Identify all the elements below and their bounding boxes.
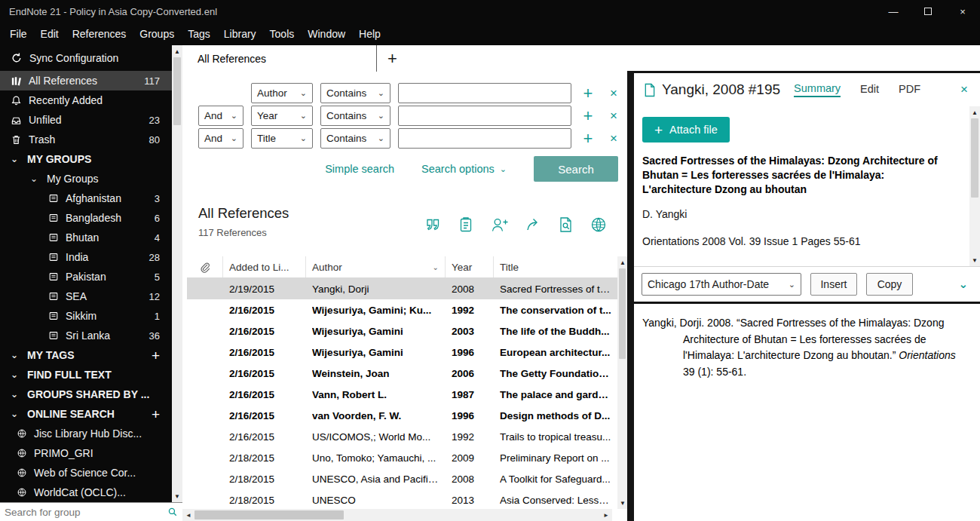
menu-library[interactable]: Library (217, 23, 263, 45)
field-dropdown[interactable]: Title⌄ (251, 128, 313, 149)
copy-button[interactable]: Copy (866, 273, 913, 296)
search-term-input[interactable] (398, 106, 571, 126)
tab-summary[interactable]: Summary (794, 82, 841, 97)
scroll-up-icon[interactable]: ▲ (969, 107, 980, 118)
close-detail-button[interactable]: × (960, 82, 968, 97)
table-row[interactable]: 2/19/2015 Yangki, Dorji 2008 Sacred Fort… (187, 278, 617, 299)
menu-groups[interactable]: Groups (133, 23, 181, 45)
tab-pdf[interactable]: PDF (899, 83, 920, 97)
menu-window[interactable]: Window (301, 23, 352, 45)
scroll-right-icon[interactable]: ► (600, 512, 612, 519)
table-scrollbar[interactable]: ▲ ▼ (617, 256, 627, 509)
sidebar-group-sea[interactable]: SEA 12 (0, 287, 172, 306)
close-button[interactable]: × (945, 0, 980, 23)
sidebar-item-trash[interactable]: Trash 80 (0, 130, 172, 149)
title-column-header[interactable]: Title (494, 256, 617, 277)
remove-search-row-button[interactable]: × (605, 109, 623, 122)
sidebar-online-worldcat[interactable]: WorldCat (OCLC)... (0, 483, 172, 502)
table-row[interactable]: 2/18/2015 UNESCO 2013 Asia Conserved: Le… (187, 489, 617, 509)
boolean-dropdown[interactable]: And⌄ (198, 128, 243, 149)
sidebar-subsection-my-groups[interactable]: ⌄ My Groups (0, 169, 172, 188)
scrollbar-thumb[interactable] (194, 510, 344, 519)
sidebar-item-all-references[interactable]: All References 117 (0, 71, 172, 90)
panel-divider[interactable] (627, 71, 634, 521)
summary-scrollbar[interactable]: ▲ ▼ (969, 106, 980, 266)
scroll-up-icon[interactable]: ▲ (172, 46, 182, 57)
add-online-source-button[interactable]: + (152, 407, 160, 421)
sidebar-scrollbar[interactable]: ▲ ▼ (172, 45, 182, 502)
sidebar-group-india[interactable]: India 28 (0, 247, 172, 267)
remove-search-row-button[interactable]: × (605, 132, 623, 145)
horizontal-scrollbar[interactable]: ◄ ► (182, 509, 612, 521)
chevron-down-icon[interactable]: ⌄ (433, 263, 439, 271)
citation-style-dropdown[interactable]: Chicago 17th Author-Date ⌄ (642, 273, 801, 296)
scrollbar-thumb[interactable] (971, 118, 978, 198)
search-term-input[interactable] (398, 83, 571, 103)
scrollbar-thumb[interactable] (173, 57, 181, 125)
field-dropdown[interactable]: Year⌄ (251, 106, 313, 126)
sidebar-group-sikkim[interactable]: Sikkim 1 (0, 306, 172, 326)
table-row[interactable]: 2/18/2015 UNESCO, Asia and Pacific... 20… (187, 468, 617, 489)
sidebar-group-sri-lanka[interactable]: Sri Lanka 36 (0, 326, 172, 345)
sidebar-online-web-of-science[interactable]: Web of Science Cor... (0, 463, 172, 483)
attachment-column-header[interactable] (187, 256, 223, 277)
sidebar-section-my-tags[interactable]: ⌄ MY TAGS + (0, 345, 172, 365)
added-column-header[interactable]: Added to Li... (223, 256, 306, 277)
sidebar-group-bhutan[interactable]: Bhutan 4 (0, 228, 172, 247)
sidebar-section-find-full-text[interactable]: ⌄ FIND FULL TEXT (0, 365, 172, 385)
new-tab-button[interactable]: + (387, 51, 397, 67)
table-row[interactable]: 2/16/2015 US/ICOMOS,; World Mo... 1992 T… (187, 426, 617, 447)
simple-search-link[interactable]: Simple search (325, 163, 394, 175)
add-search-row-button[interactable]: + (579, 130, 597, 147)
tab-edit[interactable]: Edit (860, 83, 879, 97)
sidebar-item-recently-added[interactable]: Recently Added (0, 90, 172, 110)
table-row[interactable]: 2/16/2015 Wijesuriya, Gamini 2003 The li… (187, 320, 617, 342)
table-row[interactable]: 2/16/2015 Weinstein, Joan 2006 The Getty… (187, 363, 617, 384)
expand-citation-icon[interactable]: ⌄ (958, 277, 968, 291)
table-row[interactable]: 2/16/2015 Vann, Robert L. 1987 The palac… (187, 384, 617, 405)
remove-search-row-button[interactable]: × (605, 87, 623, 100)
table-row[interactable]: 2/16/2015 van Voorden, F. W. 1996 Design… (187, 405, 617, 426)
attach-file-button[interactable]: + Attach file (642, 117, 730, 143)
table-row[interactable]: 2/16/2015 Wijesuriya, Gamini; Ku... 1992… (187, 299, 617, 320)
maximize-button[interactable] (911, 0, 945, 23)
table-row[interactable]: 2/18/2015 Uno, Tomoko; Yamauchi, ... 200… (187, 447, 617, 468)
add-search-row-button[interactable]: + (579, 108, 597, 124)
minimize-button[interactable]: — (876, 0, 911, 23)
boolean-dropdown[interactable]: And⌄ (198, 106, 243, 126)
scroll-up-icon[interactable]: ▲ (617, 257, 627, 268)
find-full-text-icon[interactable] (558, 216, 574, 234)
sidebar-group-bangladesh[interactable]: Bangladesh 6 (0, 208, 172, 228)
sidebar-section-online-search[interactable]: ⌄ ONLINE SEARCH + (0, 404, 172, 424)
add-to-group-icon[interactable] (490, 216, 510, 234)
sidebar-sync-configuration[interactable]: Sync Configuration (0, 45, 172, 71)
scroll-down-icon[interactable]: ▼ (172, 491, 182, 501)
menu-tools[interactable]: Tools (263, 23, 302, 45)
sidebar-item-unfiled[interactable]: Unfiled 23 (0, 110, 172, 130)
menu-file[interactable]: File (3, 23, 34, 45)
share-export-icon[interactable] (525, 216, 543, 234)
menu-help[interactable]: Help (352, 23, 387, 45)
table-row[interactable]: 2/16/2015 Wijesuriya, Gamini 1996 Europe… (187, 342, 617, 363)
add-tag-button[interactable]: + (152, 348, 160, 363)
group-search-input[interactable] (5, 507, 167, 518)
tab-all-references[interactable]: All References (182, 45, 377, 72)
menu-tags[interactable]: Tags (181, 23, 217, 45)
scrollbar-thumb[interactable] (619, 268, 626, 359)
menu-edit[interactable]: Edit (34, 23, 66, 45)
search-options-dropdown[interactable]: Search options⌄ (421, 163, 507, 175)
search-button[interactable]: Search (534, 156, 618, 182)
scroll-left-icon[interactable]: ◄ (182, 512, 194, 519)
operator-dropdown[interactable]: Contains⌄ (320, 128, 390, 149)
insert-button[interactable]: Insert (810, 273, 857, 296)
sidebar-section-groups-shared[interactable]: ⌄ GROUPS SHARED BY ... (0, 385, 172, 404)
field-dropdown[interactable]: Author⌄ (251, 83, 313, 103)
copy-reference-icon[interactable] (457, 216, 475, 234)
sidebar-section-my-groups[interactable]: ⌄ MY GROUPS (0, 149, 172, 169)
insert-citation-icon[interactable] (424, 216, 442, 234)
search-term-input[interactable] (398, 128, 571, 149)
menu-references[interactable]: References (66, 23, 133, 45)
sidebar-group-pakistan[interactable]: Pakistan 5 (0, 267, 172, 287)
sidebar-online-jisc[interactable]: Jisc Library Hub Disc... (0, 424, 172, 443)
add-search-row-button[interactable]: + (579, 85, 597, 102)
